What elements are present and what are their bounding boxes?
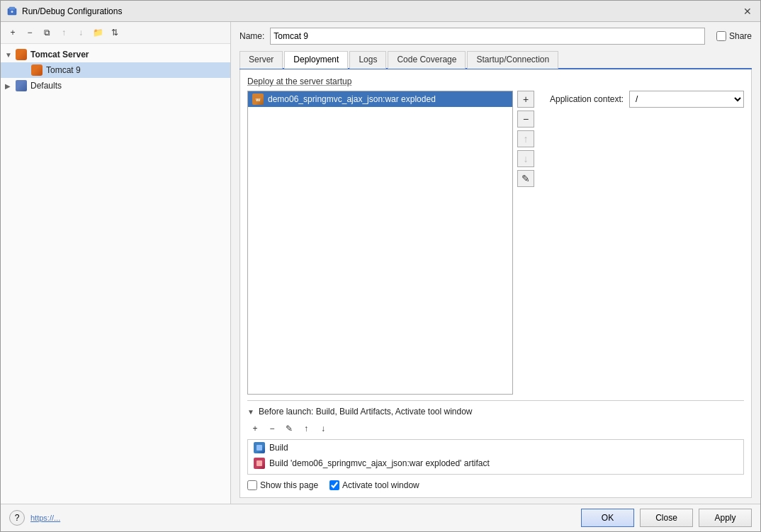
- artifact-list: w demo06_springmvc_ajax_json:war explode…: [247, 91, 513, 395]
- bl-add-button[interactable]: +: [247, 421, 263, 436]
- tomcat-server-icon: [15, 48, 28, 61]
- ok-button[interactable]: OK: [581, 509, 634, 527]
- name-label: Name:: [239, 31, 264, 41]
- footer-link[interactable]: https://...: [30, 514, 575, 522]
- deploy-area: w demo06_springmvc_ajax_json:war explode…: [247, 91, 744, 395]
- apply-button[interactable]: Apply: [699, 509, 752, 527]
- before-launch-toolbar: + − ✎ ↑ ↓: [247, 421, 744, 436]
- deploy-add-button[interactable]: +: [517, 91, 534, 108]
- activate-tool-checkbox-item: Activate tool window: [329, 480, 419, 490]
- config-tabs: Server Deployment Logs Code Coverage Sta…: [239, 50, 752, 69]
- share-row: Share: [716, 31, 752, 41]
- sort-config-button[interactable]: ⇅: [107, 25, 123, 40]
- tomcat9-label: Tomcat 9: [46, 65, 81, 75]
- bottom-checkboxes: Show this page Activate tool window: [247, 480, 744, 490]
- app-context-area: Application context: / /demo06 /app: [539, 91, 744, 395]
- app-context-label: Application context:: [550, 94, 624, 104]
- deploy-down-button[interactable]: ↓: [517, 150, 534, 167]
- dialog-icon: [6, 6, 18, 17]
- name-input[interactable]: [270, 28, 705, 45]
- tomcat9-icon: [30, 64, 43, 77]
- show-page-label: Show this page: [260, 480, 318, 490]
- before-launch-header: ▼ Before launch: Build, Build Artifacts,…: [247, 407, 744, 417]
- app-context-row: Application context: / /demo06 /app: [550, 91, 744, 108]
- artifact-war-icon: w: [252, 94, 264, 105]
- before-launch-list: Build Build 'demo06_springmvc_ajax_json:…: [247, 439, 744, 475]
- svg-rect-3: [257, 445, 262, 451]
- defaults-icon: [15, 79, 28, 92]
- bl-artifact-icon: [254, 458, 265, 469]
- title-bar: Run/Debug Configurations ✕: [1, 1, 760, 22]
- left-toolbar: + − ⧉ ↑ ↓ 📁 ⇅: [1, 22, 230, 44]
- bl-item-0[interactable]: Build: [248, 440, 743, 455]
- deploy-edit-button[interactable]: ✎: [517, 170, 534, 187]
- deploy-remove-button[interactable]: −: [517, 111, 534, 128]
- before-launch-collapse-arrow[interactable]: ▼: [247, 408, 256, 416]
- tree-item-tomcat9[interactable]: Tomcat 9: [1, 62, 230, 78]
- artifact-label-0: demo06_springmvc_ajax_json:war exploded: [268, 94, 436, 104]
- tomcat-server-label: Tomcat Server: [30, 50, 89, 60]
- activate-tool-label: Activate tool window: [342, 480, 419, 490]
- expand-arrow-defaults: ▶: [5, 82, 15, 90]
- tree-group-defaults[interactable]: ▶ Defaults: [1, 78, 230, 94]
- close-button[interactable]: ✕: [740, 4, 755, 18]
- before-launch-label: Before launch: Build, Build Artifacts, A…: [259, 407, 473, 417]
- expand-arrow-tomcat: ▼: [5, 51, 15, 59]
- svg-rect-1: [9, 7, 15, 10]
- defaults-label: Defaults: [30, 81, 62, 91]
- share-checkbox[interactable]: [716, 31, 726, 41]
- before-launch-section: ▼ Before launch: Build, Build Artifacts,…: [247, 400, 744, 475]
- tab-server[interactable]: Server: [239, 51, 283, 69]
- activate-tool-checkbox[interactable]: [329, 480, 339, 490]
- bl-up-button[interactable]: ↑: [298, 421, 314, 436]
- tab-startup-connection[interactable]: Startup/Connection: [467, 51, 558, 69]
- tab-deployment[interactable]: Deployment: [284, 51, 348, 69]
- tab-logs[interactable]: Logs: [349, 51, 386, 69]
- show-page-checkbox[interactable]: [247, 480, 257, 490]
- tree-group-tomcat[interactable]: ▼ Tomcat Server: [1, 47, 230, 62]
- bl-down-button[interactable]: ↓: [315, 421, 331, 436]
- copy-config-button[interactable]: ⧉: [39, 25, 55, 40]
- bl-build-icon: [254, 442, 265, 453]
- bl-remove-button[interactable]: −: [264, 421, 280, 436]
- main-content: + − ⧉ ↑ ↓ 📁 ⇅ ▼ Tomcat Server: [1, 22, 760, 504]
- bl-item-1[interactable]: Build 'demo06_springmvc_ajax_json:war ex…: [248, 455, 743, 471]
- remove-config-button[interactable]: −: [22, 25, 38, 40]
- svg-point-2: [11, 11, 13, 13]
- title-bar-text: Run/Debug Configurations: [22, 6, 740, 16]
- help-button[interactable]: ?: [9, 510, 25, 526]
- folder-config-button[interactable]: 📁: [90, 25, 106, 40]
- right-panel: Name: Share Server Deployment Logs Code …: [231, 22, 760, 504]
- add-config-button[interactable]: +: [5, 25, 21, 40]
- deploy-up-button[interactable]: ↑: [517, 130, 534, 147]
- deploy-section-label: Deploy at the server startup: [247, 77, 744, 86]
- tab-code-coverage[interactable]: Code Coverage: [388, 51, 466, 69]
- config-tree: ▼ Tomcat Server Tomcat 9 ▶: [1, 44, 230, 504]
- move-up-config-button[interactable]: ↑: [56, 25, 72, 40]
- deploy-controls: + − ↑ ↓ ✎: [513, 91, 539, 395]
- left-panel: + − ⧉ ↑ ↓ 📁 ⇅ ▼ Tomcat Server: [1, 22, 231, 504]
- cancel-button[interactable]: Close: [640, 509, 693, 527]
- app-context-select[interactable]: / /demo06 /app: [629, 91, 744, 108]
- bl-item-label-1: Build 'demo06_springmvc_ajax_json:war ex…: [269, 458, 490, 468]
- footer: ? https://... OK Close Apply: [1, 504, 760, 531]
- run-debug-dialog: Run/Debug Configurations ✕ + − ⧉ ↑ ↓ 📁 ⇅…: [0, 0, 761, 532]
- bl-edit-button[interactable]: ✎: [281, 421, 297, 436]
- tab-content-deployment: Deploy at the server startup w demo06_sp…: [239, 69, 752, 498]
- share-label: Share: [729, 31, 752, 41]
- artifact-item-0[interactable]: w demo06_springmvc_ajax_json:war explode…: [248, 91, 512, 107]
- show-page-checkbox-item: Show this page: [247, 480, 318, 490]
- svg-rect-4: [257, 460, 262, 466]
- bl-item-label-0: Build: [269, 443, 288, 453]
- move-down-config-button[interactable]: ↓: [73, 25, 89, 40]
- name-row: Name: Share: [239, 28, 752, 45]
